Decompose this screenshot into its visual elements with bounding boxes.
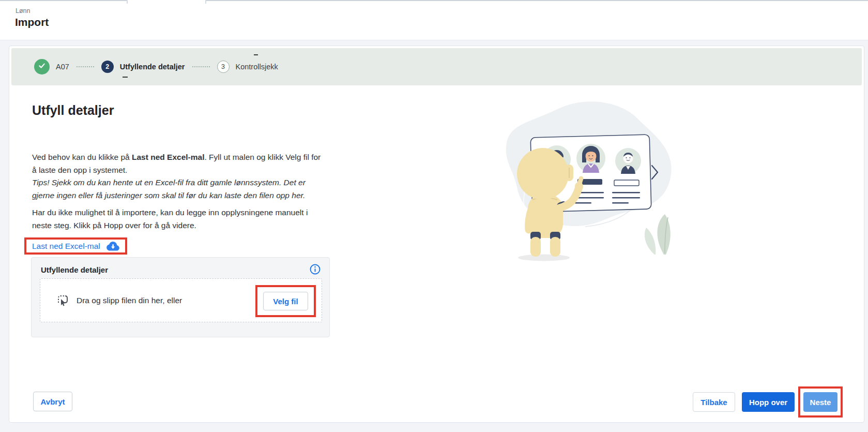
file-dropzone[interactable]: Dra og slipp filen din her, eller Velg f… <box>40 278 322 322</box>
info-icon[interactable] <box>310 264 321 275</box>
choose-file-button[interactable]: Velg fil <box>263 292 308 310</box>
instructions: Ved behov kan du klikke på Last ned Exce… <box>32 151 322 232</box>
artifact-dash <box>254 54 258 55</box>
import-wizard-screen: Lønn Import A07 2 Utfyllende detaljer 3 <box>0 0 868 432</box>
step-label: A07 <box>56 63 69 71</box>
artifact-underscore <box>123 77 128 78</box>
step-active-circle: 2 <box>101 61 114 73</box>
back-button[interactable]: Tilbake <box>693 392 735 412</box>
step-kontrollsjekk: 3 Kontrollsjekk <box>217 61 278 73</box>
cancel-button[interactable]: Avbryt <box>33 392 72 411</box>
download-link-label: Last ned Excel-mal <box>32 242 100 251</box>
check-icon <box>38 62 46 72</box>
tab-edge-right <box>205 0 206 4</box>
breadcrumb-kicker: Lønn <box>16 7 31 14</box>
wizard-card: A07 2 Utfyllende detaljer 3 Kontrollsjek… <box>9 46 864 423</box>
skip-button[interactable]: Hopp over <box>742 392 795 412</box>
step-a07: A07 <box>34 59 69 75</box>
intro-bold: Last ned Excel-mal <box>132 153 204 161</box>
section-heading: Utfyll detaljer <box>32 103 114 118</box>
next-button[interactable]: Neste <box>803 392 837 412</box>
annotation-box-next: Neste <box>798 386 843 418</box>
upload-panel-title: Utfyllende detaljer <box>41 265 108 274</box>
step-connector <box>192 66 210 67</box>
tab-divider-right <box>205 0 868 1</box>
intro-pre: Ved behov kan du klikke på <box>32 153 132 161</box>
robot-illustration <box>455 98 682 264</box>
annotation-box-choose-file: Velg fil <box>255 285 316 317</box>
cloud-download-icon <box>106 241 120 251</box>
tab-divider-left <box>0 0 128 1</box>
step-upcoming-circle: 3 <box>217 61 230 73</box>
paragraph-manual: Har du ikke mulighet til å importere, ka… <box>32 206 322 232</box>
step-connector <box>77 66 94 67</box>
step-label: Utfyllende detaljer <box>120 63 185 71</box>
step-label: Kontrollsjekk <box>236 63 278 71</box>
annotation-box-download-link: Last ned Excel-mal <box>24 237 127 255</box>
dropzone-text: Dra og slipp filen din her, eller <box>77 296 182 305</box>
download-excel-template-link[interactable]: Last ned Excel-mal <box>32 241 120 251</box>
drag-drop-icon <box>57 294 69 307</box>
step-completed-circle <box>34 59 50 75</box>
wizard-stepper: A07 2 Utfyllende detaljer 3 Kontrollsjek… <box>11 48 862 85</box>
step-utfyllende-detaljer: 2 Utfyllende detaljer <box>101 61 185 73</box>
page-title: Import <box>15 16 49 28</box>
tab-edge-left <box>127 0 128 4</box>
paragraph-tip: Tips! Sjekk om du kan hente ut en Excel-… <box>32 176 322 202</box>
upload-panel: Utfyllende detaljer Dra og slipp filen d… <box>31 257 330 337</box>
paragraph-intro: Ved behov kan du klikke på Last ned Exce… <box>32 151 322 176</box>
